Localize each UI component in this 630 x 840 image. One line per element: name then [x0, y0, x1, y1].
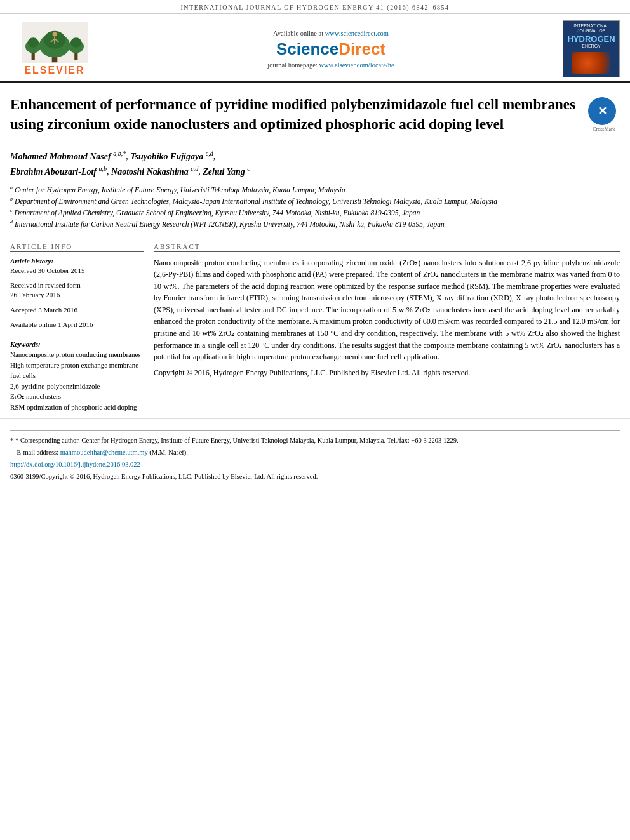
svg-point-6 — [28, 37, 39, 48]
keywords-section: Keywords: Nanocomposite proton conductin… — [10, 340, 144, 412]
doi-link[interactable]: http://dx.doi.org/10.1016/j.ijhydene.201… — [10, 461, 140, 468]
authors-section: Mohamed Mahmoud Nasef a,b,*, Tsuyohiko F… — [0, 142, 630, 236]
authors-line: Mohamed Mahmoud Nasef a,b,*, Tsuyohiko F… — [10, 149, 620, 179]
title-text-block: Enhancement of performance of pyridine m… — [10, 95, 580, 134]
available-online-text: Available online at www.sciencedirect.co… — [112, 30, 550, 37]
affil-a: a Center for Hydrogen Energy, Institute … — [10, 184, 620, 196]
crossmark-block[interactable]: ✕ CrossMark — [588, 97, 620, 129]
abstract-title: Abstract — [154, 243, 620, 252]
info-divider — [10, 335, 144, 335]
article-title: Enhancement of performance of pyridine m… — [10, 95, 580, 134]
nakashima-affil: c,d — [191, 165, 198, 172]
sciencedirect-logo: ScienceDirect — [112, 39, 550, 59]
fujigaya-affil: c,d — [206, 150, 213, 157]
affil-c: c Department of Applied Chemistry, Gradu… — [10, 207, 620, 218]
author-fujigaya: Tsuyohiko Fujigaya — [130, 152, 203, 161]
footnotes-wrapper: * * Corresponding author. Center for Hyd… — [0, 419, 630, 481]
history-label: Article history: — [10, 257, 144, 265]
journal-cover: INTERNATIONAL JOURNAL OF HYDROGEN ENERGY — [563, 20, 620, 77]
crossmark-icon[interactable]: ✕ — [588, 97, 616, 125]
author-yang: Zehui Yang — [203, 167, 245, 177]
page-header: ELSEVIER Available online at www.science… — [0, 14, 630, 83]
issn-line: 0360-3199/Copyright © 2016, Hydrogen Ene… — [10, 472, 620, 482]
svg-point-10 — [53, 32, 57, 36]
author-abouzari: Ebrahim Abouzari-Lotf — [10, 167, 97, 177]
crossmark-label: CrossMark — [588, 126, 620, 132]
journal-homepage-text: journal homepage: www.elsevier.com/locat… — [112, 62, 550, 69]
elsevier-logo: ELSEVIER — [10, 20, 99, 77]
article-info-panel: Article Info Article history: Received 3… — [10, 243, 144, 413]
journal-title-bar: International Journal of Hydrogen Energy… — [180, 4, 449, 11]
abstract-panel: Abstract Nanocomposite proton conducting… — [154, 243, 620, 413]
journal-header-bar: International Journal of Hydrogen Energy… — [0, 0, 630, 14]
revised-label: Received in revised form 26 February 201… — [10, 281, 144, 300]
elsevier-tree-icon — [20, 22, 90, 63]
affil-d: d International Institute for Carbon Neu… — [10, 218, 620, 230]
yang-affil: c — [247, 165, 250, 172]
author-nasef: Mohamed Mahmoud Nasef — [10, 152, 111, 161]
abstract-text-paragraph: Nanocomposite proton conducting membrane… — [154, 257, 620, 363]
keyword-2: High temperature proton exchange membran… — [10, 360, 144, 381]
affiliations-block: a Center for Hydrogen Energy, Institute … — [10, 184, 620, 230]
available-date: Available online 1 April 2016 — [10, 320, 144, 330]
journal-cover-block: INTERNATIONAL JOURNAL OF HYDROGEN ENERGY — [550, 20, 620, 77]
accepted-date: Accepted 3 March 2016 — [10, 305, 144, 315]
journal-homepage-url[interactable]: www.elsevier.com/locate/he — [319, 62, 394, 69]
abstract-body: Nanocomposite proton conducting membrane… — [154, 257, 620, 379]
nasef-affil: a,b,* — [113, 150, 126, 157]
svg-rect-7 — [74, 52, 77, 60]
main-content: Article Info Article history: Received 3… — [0, 236, 630, 420]
journal-cover-title: INTERNATIONAL JOURNAL OF HYDROGEN ENERGY — [567, 23, 615, 50]
sciencedirect-url[interactable]: www.sciencedirect.com — [325, 30, 389, 37]
footnote-divider — [10, 430, 620, 431]
sciencedirect-block: Available online at www.sciencedirect.co… — [112, 30, 550, 69]
abstract-copyright: Copyright © 2016, Hydrogen Energy Public… — [154, 367, 620, 379]
doi-line: http://dx.doi.org/10.1016/j.ijhydene.201… — [10, 460, 620, 470]
journal-cover-graphic — [572, 52, 610, 74]
received-date: Received 30 October 2015 — [10, 266, 144, 276]
keyword-1: Nanocomposite proton conducting membrane… — [10, 349, 144, 360]
svg-rect-4 — [32, 52, 35, 60]
email-note: E-mail address: mahmoudeithar@cheme.utm.… — [10, 448, 620, 458]
keyword-5: RSM optimization of phosphoric acid dopi… — [10, 402, 144, 413]
keywords-label: Keywords: — [10, 340, 144, 348]
article-info-title: Article Info — [10, 243, 144, 252]
title-section: Enhancement of performance of pyridine m… — [0, 83, 630, 142]
elsevier-logo-block: ELSEVIER — [10, 20, 112, 77]
corresponding-author-note: * * Corresponding author. Center for Hyd… — [10, 435, 620, 446]
affil-b: b Department of Environment and Green Te… — [10, 196, 620, 207]
keyword-4: ZrO₂ nanoclusters — [10, 391, 144, 402]
svg-point-9 — [70, 37, 81, 48]
abouzari-affil: a,b — [99, 165, 107, 172]
elsevier-wordmark: ELSEVIER — [24, 65, 84, 76]
author-nakashima: Naotoshi Nakashima — [111, 167, 189, 177]
keyword-3: 2,6-pyridine-polybenzimidazole — [10, 381, 144, 392]
email-link[interactable]: mahmoudeithar@cheme.utm.my — [60, 449, 148, 456]
